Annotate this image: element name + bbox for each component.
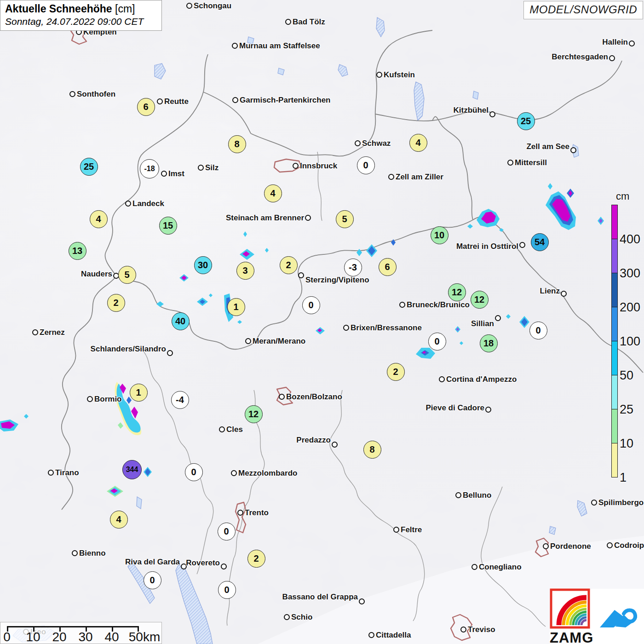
scalebar-label: 20 — [52, 630, 66, 644]
station-snow-depth-badge: 12 — [448, 283, 466, 301]
station-snow-depth-badge: 4 — [264, 184, 282, 202]
model-label: MODEL/SNOWGRID — [523, 1, 643, 19]
station-snow-depth-badge: 13 — [69, 242, 86, 260]
city-label: Zell am Ziller — [396, 172, 443, 182]
city-label: Bozen/Bolzano — [286, 392, 342, 402]
station-snow-depth-badge: 0 — [302, 296, 320, 314]
city-label: Landeck — [132, 199, 164, 208]
city-label: Sillian — [471, 319, 494, 328]
station-snow-depth-badge: -3 — [344, 259, 362, 276]
city-label: Brixen/Bressanone — [351, 323, 422, 333]
station-snow-depth-badge: 30 — [194, 256, 212, 274]
city-label: Bormio — [94, 395, 122, 404]
city-label: Belluno — [463, 491, 491, 500]
map-title-text: Aktuelle Schneehöhe — [5, 3, 112, 15]
city-label: Hallein — [602, 38, 628, 47]
city-label: Cortina d'Ampezzo — [446, 375, 517, 384]
zamg-logo-text: ZAMG — [550, 630, 590, 644]
station-snow-depth-badge: 344 — [122, 460, 142, 479]
station-snow-depth-badge: 6 — [379, 258, 397, 276]
city-label: Tirano — [55, 468, 79, 477]
city-label: Bad Tölz — [293, 17, 325, 27]
city-label: Cles — [226, 425, 243, 434]
map-scalebar: 01020304050km — [0, 622, 162, 644]
scalebar-label: 0 — [3, 630, 11, 644]
map-title: Aktuelle Schneehöhe [cm] — [5, 3, 157, 15]
station-snow-depth-badge: 18 — [480, 334, 498, 352]
city-label: Mezzolombardo — [238, 469, 297, 478]
city-label: Imst — [168, 169, 184, 178]
city-label: Kufstein — [384, 70, 415, 80]
map-title-unit: [cm] — [115, 3, 135, 15]
city-label: Schongau — [194, 1, 231, 11]
station-snow-depth-badge: 15 — [159, 217, 177, 235]
city-label: Bienno — [79, 549, 106, 558]
city-label: Lienz — [540, 287, 560, 296]
station-snow-depth-badge: 0 — [218, 523, 236, 540]
city-label: Steinach am Brenner — [226, 213, 304, 223]
city-label: Conegliano — [479, 563, 522, 572]
station-snow-depth-badge: 10 — [431, 226, 448, 244]
zamg-logo: ZAMG — [550, 588, 590, 644]
station-snow-depth-badge: 40 — [172, 312, 190, 330]
station-snow-depth-badge: 1 — [227, 298, 245, 316]
station-snow-depth-badge: 12 — [245, 405, 263, 423]
map-subtitle-datetime: Sonntag, 24.07.2022 09:00 CET — [5, 16, 157, 27]
city-label: Trento — [245, 508, 269, 518]
city-label: Matrei in Osttirol — [456, 242, 518, 251]
city-label: Nauders — [81, 270, 112, 279]
station-snow-depth-badge: 25 — [517, 112, 535, 130]
city-label: Mittersill — [515, 158, 547, 167]
city-label: Riva del Garda — [125, 558, 180, 567]
city-label: Bruneck/Brunico — [407, 300, 470, 310]
city-label: Rovereto — [186, 558, 220, 568]
city-label: Cittadella — [376, 631, 411, 640]
scalebar-line — [7, 626, 138, 627]
city-label: Murnau am Staffelsee — [239, 41, 320, 51]
station-snow-depth-badge: 4 — [110, 511, 128, 529]
station-snow-depth-badge: 6 — [137, 98, 155, 116]
title-box: Aktuelle Schneehöhe [cm] Sonntag, 24.07.… — [0, 0, 162, 31]
station-snow-depth-badge: 8 — [228, 135, 246, 153]
avalanche-service-logo — [598, 598, 639, 635]
city-label: Predazzo — [296, 436, 331, 445]
city-label: Feltre — [401, 525, 422, 535]
scalebar-label: 10 — [26, 630, 40, 644]
station-snow-depth-badge: 0 — [529, 322, 547, 339]
city-label: Kitzbühel — [454, 106, 489, 115]
station-snow-depth-badge: 0 — [218, 581, 236, 599]
station-snow-depth-badge: 8 — [363, 441, 381, 459]
station-snow-depth-badge: 0 — [357, 156, 375, 174]
city-label: Schio — [291, 613, 312, 622]
city-label: Pordenone — [550, 542, 591, 551]
city-label: Meran/Merano — [253, 337, 305, 346]
city-label: Spilimbergo — [598, 498, 644, 507]
station-snow-depth-badge: 5 — [118, 266, 136, 284]
station-snow-depth-badge: -18 — [140, 159, 159, 178]
city-label: Reutte — [164, 97, 189, 106]
station-snow-depth-badge: 12 — [471, 291, 489, 309]
city-label: Berchtesgaden — [552, 52, 608, 62]
city-label: Zernez — [40, 328, 65, 337]
station-snow-depth-badge: 2 — [107, 294, 125, 312]
station-snow-depth-badge: 2 — [280, 256, 298, 274]
station-snow-depth-badge: 54 — [531, 233, 549, 251]
scalebar-label: 40 — [104, 630, 119, 644]
city-label: Schlanders/Silandro — [91, 345, 166, 354]
station-snow-depth-badge: 0 — [144, 571, 161, 589]
station-snow-depth-badge: 5 — [336, 210, 354, 228]
station-snow-depth-badge: 2 — [387, 363, 405, 381]
city-label: Sterzing/Vipiteno — [305, 276, 369, 285]
scalebar-label: 30 — [78, 630, 92, 644]
station-snow-depth-badge: 2 — [247, 550, 265, 568]
zamg-rainbow-icon — [550, 588, 590, 629]
city-label: Codroipo — [614, 541, 644, 550]
station-snow-depth-badge: -4 — [171, 391, 189, 409]
scalebar-label: 50km — [129, 630, 160, 644]
station-snow-depth-badge: 4 — [90, 210, 108, 228]
station-snow-depth-badge: 0 — [428, 333, 446, 351]
city-label: Bassano del Grappa — [282, 592, 358, 602]
city-label: Schwaz — [362, 139, 391, 148]
station-snow-depth-badge: 25 — [80, 158, 98, 176]
city-label: Innsbruck — [300, 161, 337, 171]
